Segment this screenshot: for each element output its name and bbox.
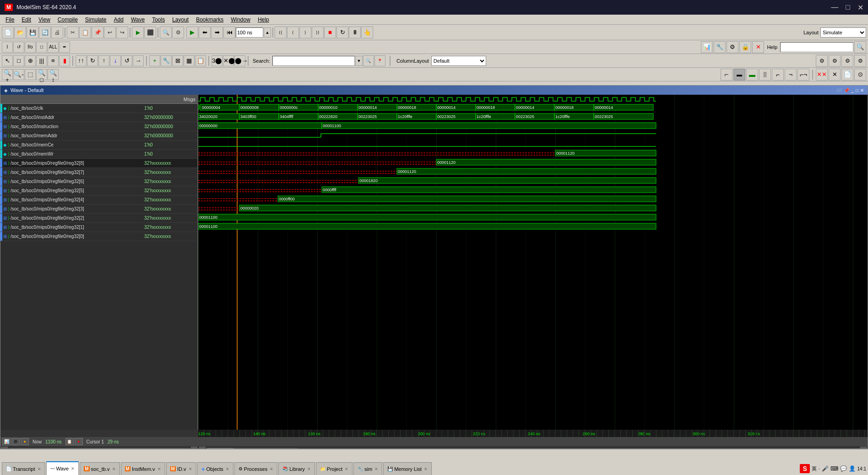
sim-restart-btn[interactable]: ⏮ [223,27,235,38]
objects-close[interactable]: ✕ [226,467,229,471]
zoom-btn3[interactable]: ⬤→ [234,55,245,66]
zoom-cursor-btn[interactable]: 🔍↕ [48,69,59,80]
wave-btn5[interactable]: ↺ [121,55,132,66]
icon-r4[interactable]: ⚙ [854,55,866,67]
open-btn[interactable]: 📂 [14,27,26,38]
icon-btn2[interactable]: 🔧 [714,41,726,53]
tab-id[interactable]: M ID.v ✕ [166,462,196,475]
wave-min-btn[interactable]: _ [851,88,854,93]
signal-row-memwr[interactable]: ◆ ⟩ /soc_tb/soc0/memWr 1'h0 [0,150,197,159]
menu-tools[interactable]: Tools [148,16,168,24]
wave-btn2[interactable]: ↻ [87,55,98,66]
tb2-btn3[interactable]: f/o [25,42,36,53]
status-btn2[interactable]: ⚙ [11,438,20,445]
menu-window[interactable]: Window [227,16,254,24]
cursor-op1[interactable]: ✕✕ [816,69,828,81]
wave-type5[interactable]: ⌐ [772,69,784,81]
cursor-btn4[interactable]: ||| [36,55,47,66]
cursor-op2[interactable]: ✕ [829,69,841,81]
tb2-btn4[interactable]: □ [36,42,47,53]
wave-btn4[interactable]: ↓ [110,55,121,66]
wave-max-btn[interactable]: □ [856,88,858,93]
sim-btn5[interactable]: ■ [324,27,336,38]
sim-run-btn[interactable]: ▶ [186,27,198,38]
stop-btn[interactable]: ⬛ [144,27,156,38]
sig-btn2[interactable]: 🔧 [161,55,172,66]
tab-processes[interactable]: ⚙ Processes ✕ [234,462,277,475]
menu-wave[interactable]: Wave [127,16,148,24]
wave-type7[interactable]: ⌐¬ [797,69,809,81]
undo-btn[interactable]: ↩ [104,27,116,38]
col-layout-dropdown[interactable]: Default [431,56,486,66]
cut-btn[interactable]: ✂ [67,27,79,38]
signal-row-reg6[interactable]: ⊞ ⟩ /soc_tb/soc0/mips0/regfile0/reg32[6]… [0,177,197,186]
menu-simulate[interactable]: Simulate [81,16,110,24]
signal-row-reg5[interactable]: ⊞ ⟩ /soc_tb/soc0/mips0/regfile0/reg32[5]… [0,186,197,195]
cursor-btn6[interactable]: ▮ [59,55,70,66]
tab-transcript[interactable]: 📄 Transcript ✕ [2,462,45,475]
icon-r2[interactable]: ⚙ [829,55,841,67]
status-btn1[interactable]: 📊 [2,438,11,445]
tab-library[interactable]: 📚 Library ✕ [278,462,315,475]
tb2-btn2[interactable]: ↺ [13,42,24,53]
tb2-btn1[interactable]: I [2,42,13,53]
run-btn[interactable]: ▶ [132,27,144,38]
cursor-btn2[interactable]: □ [13,55,24,66]
icon-btn4[interactable]: 🔒 [739,41,751,53]
menu-help[interactable]: Help [254,16,273,24]
zoom-in-btn[interactable]: 🔍+ [2,69,13,80]
sim-next-btn[interactable]: ➡ [211,27,223,38]
redo-btn[interactable]: ↪ [116,27,128,38]
status-btn4[interactable]: 📋 [65,438,74,445]
wave-type4[interactable]: ▒ [759,69,771,81]
processes-close[interactable]: ✕ [270,467,273,471]
icon-btn3[interactable]: ⚙ [727,41,738,53]
tab-objects[interactable]: ◈ Objects ✕ [197,462,233,475]
memory-list-close[interactable]: ✕ [424,467,428,471]
status-btn3[interactable]: ● [21,438,29,445]
signal-row-reg3[interactable]: ⊞ ⟩ /soc_tb/soc0/mips0/regfile0/reg32[3]… [0,205,197,214]
signal-row-memce[interactable]: ◆ ⟩ /soc_tb/soc0/memCe 1'h0 [0,140,197,150]
sig-btn1[interactable]: + [149,55,160,66]
cursor-op4[interactable]: ⊙ [854,69,866,81]
transcript-close[interactable]: ✕ [38,467,41,471]
wave-type6[interactable]: ¬ [785,69,797,81]
sig-btn5[interactable]: 📋 [195,55,206,66]
minimize-button[interactable]: — [831,3,838,12]
signal-row-reg0[interactable]: ⊞ ⟩ /soc_tb/soc0/mips0/regfile0/reg32[0]… [0,232,197,241]
zoom-full-btn[interactable]: ⬚ [25,69,36,80]
library-close[interactable]: ✕ [307,467,311,471]
zoom-btn1[interactable]: 3⬤ [212,55,222,66]
tb2-btn6[interactable]: ✒ [59,42,70,53]
search-extra-btn1[interactable]: 🔍 [363,55,374,66]
zoom-btn2[interactable]: ✕⬤ [223,55,234,66]
sig-btn4[interactable]: ▦ [184,55,195,66]
status-btn5[interactable]: ● [75,438,83,445]
wave-type3[interactable]: ▬ [746,69,758,81]
help-input[interactable] [780,42,853,52]
icon-btn5[interactable]: ✕ [752,41,764,53]
soc-tb-close[interactable]: ✕ [112,467,116,471]
instmem-close[interactable]: ✕ [157,467,161,471]
sim-btn4[interactable]: ⟩⟩ [312,27,324,38]
signal-row-reg8[interactable]: ⊞ ⟩ /soc_tb/soc0/mips0/regfile0/reg32[8]… [0,159,197,168]
signal-row-memaddr[interactable]: ⊞ ⟩ /soc_tb/soc0/memAddr 32'h00000000 [0,131,197,140]
tab-memory-list[interactable]: 💾 Memory List ✕ [383,462,432,475]
cursor-btn3[interactable]: ⊕ [25,55,36,66]
find-btn[interactable]: 🔍 [160,27,172,38]
layout-dropdown[interactable]: Simulate [820,27,866,38]
sim-btn1[interactable]: ⟨⟨ [275,27,287,38]
id-close[interactable]: ✕ [189,467,192,471]
signal-row-reg4[interactable]: ⊞ ⟩ /soc_tb/soc0/mips0/regfile0/reg32[4]… [0,195,197,205]
search-down-btn[interactable]: ▼ [355,56,363,66]
menu-layout[interactable]: Layout [168,16,192,24]
tab-sim[interactable]: 🔧 sim ✕ [353,462,382,475]
cursor-btn1[interactable]: ↖ [2,55,13,66]
close-button[interactable]: ✕ [857,3,863,12]
sim-time-input[interactable] [236,27,263,38]
signal-row-reg7[interactable]: ⊞ ⟩ /soc_tb/soc0/mips0/regfile0/reg32[7]… [0,168,197,177]
icon-r3[interactable]: ⚙ [841,55,853,67]
wave-pin-btn[interactable]: 📌 [844,88,849,93]
signal-row-reg1[interactable]: ⊞ ⟩ /soc_tb/soc0/mips0/regfile0/reg32[1]… [0,223,197,232]
wave-btn3[interactable]: ↑ [98,55,109,66]
